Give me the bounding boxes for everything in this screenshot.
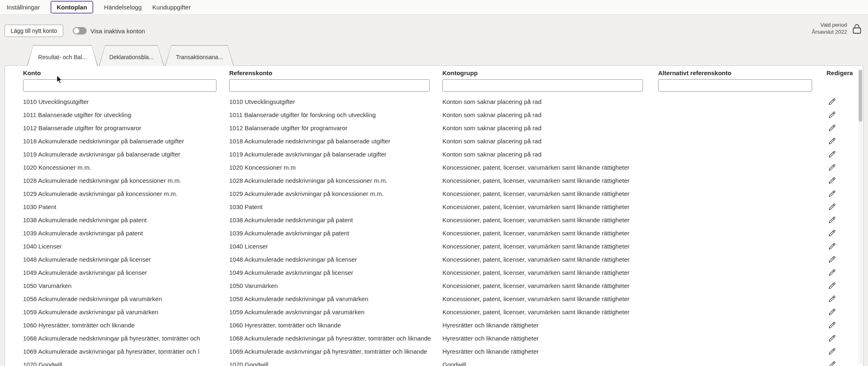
table-row: 1010 Utvecklingsutgifter 1010 Utveckling… — [5, 95, 863, 108]
top-navigation: Inställningar Kontoplan Händelselogg Kun… — [0, 0, 868, 15]
lock-icon — [852, 23, 862, 34]
edit-pencil-icon — [828, 176, 836, 185]
nav-tab-installningar[interactable]: Inställningar — [7, 4, 40, 11]
referenskonto-cell: 1068 Ackumulerade nedskrivningar på hyre… — [229, 335, 442, 342]
period-label: Vald period — [812, 21, 847, 28]
kontogrupp-cell: Koncessioner, patent, licenser, varumärk… — [442, 295, 658, 302]
edit-button[interactable] — [827, 136, 837, 146]
referenskonto-cell: 1028 Ackumulerade nedskrivningar på konc… — [229, 177, 442, 184]
konto-cell: 1011 Balanserade utgifter för utveckling — [23, 111, 229, 118]
edit-button[interactable] — [827, 188, 837, 199]
edit-button[interactable] — [827, 149, 837, 159]
table-row: 1068 Ackumulerade nedskrivningar på hyre… — [5, 331, 863, 345]
konto-cell: 1040 Licenser — [23, 243, 229, 250]
table-row: 1030 Patent 1030 Patent Koncessioner, pa… — [5, 200, 863, 213]
kontogrupp-cell: Koncessioner, patent, licenser, varumärk… — [442, 177, 658, 184]
edit-button[interactable] — [827, 175, 837, 186]
nav-tab-kontoplan[interactable]: Kontoplan — [51, 1, 93, 14]
edit-button[interactable] — [827, 320, 837, 330]
alt-referenskonto-filter-input[interactable] — [658, 79, 812, 92]
konto-cell: 1012 Balanserade utgifter för programvar… — [23, 124, 229, 131]
edit-pencil-icon — [828, 321, 836, 329]
edit-button[interactable] — [827, 201, 837, 212]
referenskonto-cell: 1069 Ackumulerade avskrivningar på hyres… — [229, 348, 442, 355]
edit-button[interactable] — [827, 346, 837, 357]
kontogrupp-cell: Koncessioner, patent, licenser, varumärk… — [442, 243, 658, 250]
edit-cell — [812, 96, 853, 107]
edit-button[interactable] — [827, 214, 837, 225]
edit-cell — [812, 267, 853, 278]
edit-button[interactable] — [827, 333, 837, 343]
tab-deklarationsblanketter-label: Deklarationsbla... — [99, 46, 163, 66]
edit-button[interactable] — [827, 109, 837, 120]
edit-button[interactable] — [827, 122, 837, 133]
nav-tab-handelselogg[interactable]: Händelselogg — [104, 4, 142, 11]
edit-button[interactable] — [827, 228, 837, 238]
konto-filter-input[interactable] — [23, 79, 216, 92]
edit-pencil-icon — [828, 281, 836, 290]
edit-cell — [812, 241, 853, 251]
page-content: Lägg till nytt konto Visa inaktiva konto… — [0, 15, 868, 366]
kontogrupp-cell: Koncessioner, patent, licenser, varumärk… — [442, 269, 658, 276]
tab-resultat-och-balans[interactable]: Resultat- och Bal... — [27, 45, 98, 66]
table-row: 1058 Ackumulerade nedskrivningar på varu… — [5, 292, 863, 305]
referenskonto-cell: 1010 Utvecklingsutgifter — [229, 98, 442, 105]
edit-button[interactable] — [827, 162, 837, 173]
edit-pencil-icon — [828, 97, 836, 106]
table-row: 1060 Hyresrätter, tomträtter och liknand… — [5, 318, 863, 331]
referenskonto-cell: 1039 Ackumulerade avskrivningar på paten… — [229, 230, 442, 237]
table-row: 1040 Licenser 1040 Licenser Koncessioner… — [5, 239, 863, 253]
tab-transaktionsanalys[interactable]: Transaktionsana... — [165, 45, 234, 66]
konto-cell: 1048 Ackumulerade nedskrivningar på lice… — [23, 256, 229, 263]
tab-transaktionsanalys-label: Transaktionsana... — [166, 46, 233, 66]
add-account-button[interactable]: Lägg till nytt konto — [5, 25, 63, 37]
tab-deklarationsblanketter[interactable]: Deklarationsbla... — [99, 45, 164, 66]
konto-cell: 1029 Ackumulerade avskrivningar på konce… — [23, 190, 229, 197]
kontogrupp-cell: Koncessioner, patent, licenser, varumärk… — [442, 203, 658, 210]
referenskonto-cell: 1060 Hyresrätter, tomträtter och liknand… — [229, 322, 442, 329]
referenskonto-cell: 1020 Koncessioner m.m — [229, 164, 442, 171]
konto-cell: 1060 Hyresrätter, tomträtter och liknand… — [23, 322, 229, 329]
edit-button[interactable] — [827, 293, 837, 304]
edit-pencil-icon — [828, 137, 836, 145]
edit-cell — [812, 175, 853, 186]
kontogrupp-cell: Konton som saknar placering på rad — [442, 124, 658, 131]
edit-pencil-icon — [828, 110, 836, 119]
edit-cell — [812, 306, 853, 317]
show-inactive-toggle-group: Visa inaktiva konton — [73, 27, 145, 35]
konto-cell: 1049 Ackumulerade avskrivningar på licen… — [23, 269, 229, 276]
edit-button[interactable] — [827, 267, 837, 278]
edit-button[interactable] — [827, 254, 837, 265]
edit-cell — [812, 333, 853, 343]
edit-pencil-icon — [828, 229, 836, 237]
edit-button[interactable] — [827, 280, 837, 291]
referenskonto-cell: 1070 Goodwill — [229, 361, 442, 366]
scrollbar-thumb[interactable] — [859, 70, 862, 122]
kontogrupp-cell: Konton som saknar placering på rad — [442, 151, 658, 158]
kontogrupp-cell: Koncessioner, patent, licenser, varumärk… — [442, 282, 658, 289]
edit-button[interactable] — [827, 359, 837, 366]
edit-button[interactable] — [827, 96, 837, 107]
kontogrupp-filter-input[interactable] — [442, 79, 643, 92]
edit-button[interactable] — [827, 306, 837, 317]
konto-cell: 1019 Ackumulerade avskrivningar på balan… — [23, 151, 229, 158]
table-row: 1049 Ackumulerade avskrivningar på licen… — [5, 266, 863, 279]
referenskonto-cell: 1058 Ackumulerade nedskrivningar på varu… — [229, 295, 442, 302]
vertical-scrollbar[interactable] — [859, 68, 862, 364]
kontogrupp-cell: Koncessioner, patent, licenser, varumärk… — [442, 190, 658, 197]
edit-button[interactable] — [827, 241, 837, 251]
edit-pencil-icon — [828, 242, 836, 251]
referenskonto-filter-input[interactable] — [229, 79, 430, 92]
edit-cell — [812, 359, 853, 366]
edit-cell — [812, 109, 853, 120]
table-row: 1050 Varumärken 1050 Varumärken Koncessi… — [5, 279, 863, 292]
nav-tab-kunduppgifter[interactable]: Kunduppgifter — [152, 4, 191, 11]
referenskonto-cell: 1048 Ackumulerade nedskrivningar på lice… — [229, 256, 442, 263]
column-header-alt-referenskonto: Alternativt referenskonto — [658, 69, 812, 78]
edit-pencil-icon — [828, 124, 836, 132]
tab-resultat-och-balans-label: Resultat- och Bal... — [28, 46, 97, 66]
show-inactive-toggle[interactable] — [73, 27, 87, 35]
app-window: Inställningar Kontoplan Händelselogg Kun… — [0, 0, 868, 366]
edit-cell — [812, 162, 853, 173]
konto-cell: 1030 Patent — [23, 203, 229, 210]
